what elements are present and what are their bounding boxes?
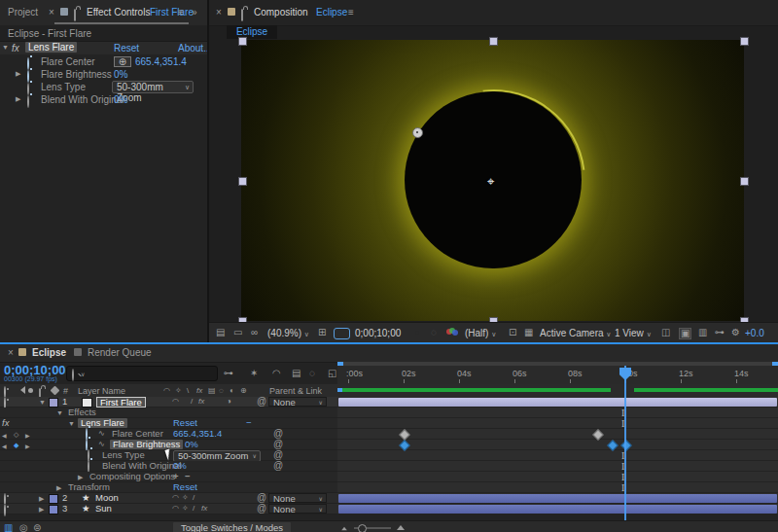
- pixel-aspect-icon[interactable]: ▣: [679, 328, 691, 339]
- shy-switch-icon[interactable]: ◠: [163, 386, 170, 396]
- about-link[interactable]: About..: [178, 43, 209, 53]
- magnification-dropdown[interactable]: (40.9%) ∨: [267, 328, 309, 338]
- effect-name[interactable]: Lens Flare: [25, 42, 77, 53]
- fx-toggle-icon[interactable]: fx: [201, 504, 207, 514]
- region-of-interest-icon[interactable]: ⊡: [509, 328, 516, 337]
- twirl-icon[interactable]: ▶: [39, 494, 44, 504]
- tab-effect-controls[interactable]: Effect Controls: [87, 7, 150, 18]
- adjustment-switch-icon[interactable]: ◐: [230, 386, 234, 396]
- layer-name[interactable]: Sun: [95, 504, 112, 514]
- pickwhip-icon[interactable]: @: [273, 461, 283, 471]
- layer-bar-moon[interactable]: [338, 494, 777, 503]
- twirl-icon[interactable]: ▼: [56, 408, 63, 418]
- shy-toggle-icon[interactable]: ◠: [172, 493, 179, 503]
- layer-row-moon[interactable]: ▶ 2 ★ Moon ◠ ✧ / @ None∨: [0, 493, 337, 504]
- twirl-icon[interactable]: ▼: [39, 398, 46, 408]
- composition-viewport[interactable]: ⌖: [241, 40, 744, 321]
- search-input[interactable]: ∨: [66, 366, 218, 381]
- pickwhip-icon[interactable]: @: [273, 440, 283, 449]
- transparency-grid-icon[interactable]: ▦: [524, 328, 533, 337]
- quality-switch-icon[interactable]: \: [187, 386, 189, 396]
- twirl-icon[interactable]: ▶: [39, 505, 44, 514]
- property-value[interactable]: 0%: [114, 94, 127, 105]
- label-color-chip[interactable]: [49, 398, 58, 408]
- adjustment-toggle-icon[interactable]: ◑: [227, 397, 231, 407]
- layer-anchor-point-icon[interactable]: ⌖: [487, 175, 494, 188]
- share-view-icon[interactable]: ◫: [661, 328, 670, 337]
- layer-row-sun[interactable]: ▶ 3 ★ Sun ◠ ✧ / fx @ None∨: [0, 504, 337, 514]
- property-label[interactable]: Blend With Original: [102, 461, 181, 471]
- layer-bar-first-flare[interactable]: [338, 398, 777, 407]
- transform-group-row[interactable]: ▶ Transform Reset: [0, 482, 337, 493]
- zoom-in-mountain-icon[interactable]: [397, 525, 405, 530]
- close-icon[interactable]: ×: [49, 7, 54, 18]
- property-value[interactable]: 665.4,351.4: [135, 56, 187, 67]
- frame-blending-master-icon[interactable]: ▥: [4, 523, 13, 532]
- toolbar-timecode[interactable]: 0;00;10;00: [355, 328, 401, 338]
- tab-effect-controls-target[interactable]: First Flare: [150, 7, 194, 18]
- frame-blending-icon[interactable]: ▤: [292, 369, 301, 378]
- audio-column-speaker-icon[interactable]: [17, 386, 25, 394]
- property-value[interactable]: 0%: [114, 69, 127, 80]
- flare-center-control-point[interactable]: [412, 127, 423, 138]
- selection-handle[interactable]: [489, 37, 498, 46]
- mini-flowchart-icon[interactable]: ⊶: [715, 328, 725, 337]
- selection-handle[interactable]: [740, 37, 749, 46]
- effects-group-row[interactable]: ▼ Effects: [0, 408, 337, 418]
- parent-link-header[interactable]: Parent & Link: [269, 386, 322, 396]
- viewer-tab-eclipse[interactable]: Eclipse: [227, 25, 277, 39]
- collapse-switch-icon[interactable]: ✧: [175, 386, 182, 396]
- shy-toggle-icon[interactable]: ◠: [172, 397, 179, 407]
- tab-project[interactable]: Project: [8, 7, 38, 18]
- close-icon[interactable]: ×: [8, 347, 14, 358]
- reset-link[interactable]: Reset: [173, 418, 197, 428]
- frame-blend-switch-icon[interactable]: ▤: [208, 386, 216, 396]
- layer-row-first-flare[interactable]: ▼ 1 First Flare ◠ / fx ◑ @ None∨: [0, 397, 337, 408]
- resolution-dropdown[interactable]: (Half) ∨: [465, 328, 496, 338]
- reset-link[interactable]: Reset: [114, 43, 139, 53]
- property-value[interactable]: 0%: [185, 440, 198, 449]
- pickwhip-icon[interactable]: @: [257, 397, 266, 407]
- brainstorm-icon[interactable]: ⊜: [33, 523, 41, 532]
- selection-handle[interactable]: [238, 177, 247, 186]
- effect-name[interactable]: Lens Flare: [78, 418, 127, 428]
- timeline-zoom-knob[interactable]: [358, 524, 367, 532]
- graph-editor-icon[interactable]: ◱: [328, 369, 336, 378]
- expander-icon[interactable]: ▼: [2, 44, 9, 51]
- effect-point-icon[interactable]: ⊕: [114, 56, 131, 67]
- pickwhip-icon[interactable]: @: [257, 493, 266, 503]
- lens-flare-effect-row[interactable]: fx ▼ Lens Flare Reset −: [0, 418, 337, 429]
- playhead-line[interactable]: [624, 366, 626, 520]
- property-label[interactable]: Lens Type: [102, 450, 145, 460]
- tab-composition[interactable]: Composition: [254, 7, 308, 18]
- property-label[interactable]: Flare Brightness: [110, 440, 183, 449]
- remove-icon[interactable]: −: [246, 418, 252, 428]
- snapshot-stack-icon[interactable]: ▤: [216, 328, 225, 337]
- panel-grip-icon[interactable]: [228, 8, 235, 16]
- shy-toggle-icon[interactable]: ◠: [172, 504, 179, 514]
- tab-timeline-eclipse[interactable]: Eclipse: [32, 347, 66, 358]
- graph-toggle-icon[interactable]: ∿: [98, 429, 105, 439]
- view-options-icon[interactable]: ∞: [251, 328, 258, 337]
- toggle-switches-modes-button[interactable]: Toggle Switches / Modes: [173, 522, 291, 532]
- lock-icon[interactable]: [74, 9, 76, 21]
- exposure-value[interactable]: +0.0: [745, 328, 764, 338]
- pickwhip-icon[interactable]: @: [257, 504, 266, 514]
- zoom-out-mountain-icon[interactable]: [341, 527, 347, 531]
- twirl-icon[interactable]: ▶: [56, 483, 61, 493]
- close-icon[interactable]: ×: [216, 7, 222, 18]
- solo-column-icon[interactable]: [28, 388, 33, 393]
- panel-menu-icon[interactable]: ≡: [178, 7, 184, 18]
- keyframe-flare-brightness[interactable]: [399, 440, 409, 450]
- panel-grip-icon[interactable]: [60, 8, 68, 16]
- mask-visibility-icon[interactable]: [334, 328, 350, 339]
- expander-icon[interactable]: ▶: [16, 95, 20, 103]
- selection-handle[interactable]: [238, 37, 247, 46]
- remove-option-icon[interactable]: −: [185, 472, 191, 481]
- camera-view-dropdown[interactable]: Active Camera ∨: [540, 328, 611, 338]
- time-ruler[interactable]: :00s02s04s06s08s10s12s14s: [337, 366, 778, 385]
- add-option-icon[interactable]: +: [173, 472, 179, 481]
- fx-toggle-icon[interactable]: fx: [198, 397, 204, 407]
- layer-name-header[interactable]: Layer Name: [78, 386, 125, 396]
- lens-type-dropdown[interactable]: 50-300mm Zoom ∨: [112, 81, 194, 93]
